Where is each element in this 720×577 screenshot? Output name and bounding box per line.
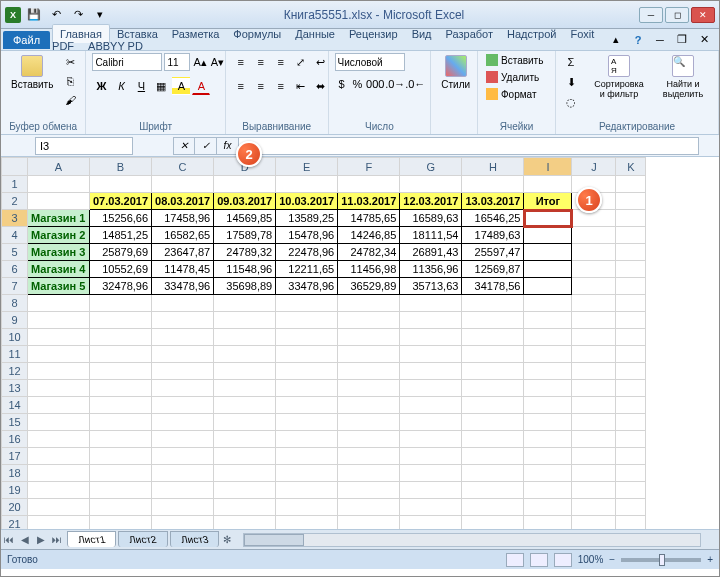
column-header-A[interactable]: A <box>28 158 90 176</box>
cell-A4[interactable]: Магазин 2 <box>28 227 90 244</box>
cell-F2[interactable]: 11.03.2017 <box>338 193 400 210</box>
cell-D2[interactable]: 09.03.2017 <box>214 193 276 210</box>
cell-H7[interactable]: 34178,56 <box>462 278 524 295</box>
cell-E17[interactable] <box>276 448 338 465</box>
cell-B8[interactable] <box>90 295 152 312</box>
cell-B15[interactable] <box>90 414 152 431</box>
first-sheet-icon[interactable]: ⏮ <box>1 532 17 548</box>
cell-H1[interactable] <box>462 176 524 193</box>
cell-J9[interactable] <box>572 312 616 329</box>
cell-A8[interactable] <box>28 295 90 312</box>
cell-C12[interactable] <box>152 363 214 380</box>
cell-H18[interactable] <box>462 465 524 482</box>
cell-D4[interactable]: 17589,78 <box>214 227 276 244</box>
row-header-1[interactable]: 1 <box>2 176 28 193</box>
cell-C18[interactable] <box>152 465 214 482</box>
cell-F20[interactable] <box>338 499 400 516</box>
cell-K20[interactable] <box>616 499 646 516</box>
format-painter-icon[interactable]: 🖌 <box>61 91 79 109</box>
redo-icon[interactable]: ↷ <box>69 6 87 24</box>
cell-K6[interactable] <box>616 261 646 278</box>
italic-button[interactable]: К <box>112 77 130 95</box>
cell-B17[interactable] <box>90 448 152 465</box>
cell-I8[interactable] <box>524 295 572 312</box>
column-header-J[interactable]: J <box>572 158 616 176</box>
cell-F5[interactable]: 24782,34 <box>338 244 400 261</box>
cell-H17[interactable] <box>462 448 524 465</box>
cell-K19[interactable] <box>616 482 646 499</box>
undo-icon[interactable]: ↶ <box>47 6 65 24</box>
cell-K17[interactable] <box>616 448 646 465</box>
cell-I7[interactable] <box>524 278 572 295</box>
cell-J17[interactable] <box>572 448 616 465</box>
cell-C10[interactable] <box>152 329 214 346</box>
cell-C2[interactable]: 08.03.2017 <box>152 193 214 210</box>
cell-F4[interactable]: 14246,85 <box>338 227 400 244</box>
cell-C1[interactable] <box>152 176 214 193</box>
cell-I6[interactable] <box>524 261 572 278</box>
ribbon-tab-разметка[interactable]: Разметка <box>165 25 227 43</box>
merge-icon[interactable]: ⬌ <box>312 77 330 95</box>
cell-C21[interactable] <box>152 516 214 530</box>
cell-J13[interactable] <box>572 380 616 397</box>
row-header-21[interactable]: 21 <box>2 516 28 530</box>
cell-A14[interactable] <box>28 397 90 414</box>
cell-C5[interactable]: 23647,87 <box>152 244 214 261</box>
cell-D18[interactable] <box>214 465 276 482</box>
border-icon[interactable]: ▦ <box>152 77 170 95</box>
cell-F21[interactable] <box>338 516 400 530</box>
cell-H19[interactable] <box>462 482 524 499</box>
cell-D3[interactable]: 14569,85 <box>214 210 276 227</box>
cell-H12[interactable] <box>462 363 524 380</box>
column-header-G[interactable]: G <box>400 158 462 176</box>
cell-D8[interactable] <box>214 295 276 312</box>
cell-E14[interactable] <box>276 397 338 414</box>
column-header-H[interactable]: H <box>462 158 524 176</box>
cell-F1[interactable] <box>338 176 400 193</box>
cell-J12[interactable] <box>572 363 616 380</box>
cell-D20[interactable] <box>214 499 276 516</box>
cell-A10[interactable] <box>28 329 90 346</box>
wrap-text-icon[interactable]: ↩ <box>312 53 330 71</box>
cell-J7[interactable] <box>572 278 616 295</box>
minimize-ribbon-icon[interactable]: ▴ <box>607 31 625 49</box>
cell-D21[interactable] <box>214 516 276 530</box>
cell-J20[interactable] <box>572 499 616 516</box>
ribbon-tab-рецензир[interactable]: Рецензир <box>342 25 405 43</box>
percent-icon[interactable]: % <box>350 75 364 93</box>
cell-B12[interactable] <box>90 363 152 380</box>
cell-F16[interactable] <box>338 431 400 448</box>
row-header-20[interactable]: 20 <box>2 499 28 516</box>
maximize-button[interactable]: ◻ <box>665 7 689 23</box>
cell-D7[interactable]: 35698,89 <box>214 278 276 295</box>
sheet-tab-Лист1[interactable]: Лист1 <box>67 531 116 547</box>
cell-J18[interactable] <box>572 465 616 482</box>
cell-H4[interactable]: 17489,63 <box>462 227 524 244</box>
cell-G19[interactable] <box>400 482 462 499</box>
cell-J21[interactable] <box>572 516 616 530</box>
cell-J14[interactable] <box>572 397 616 414</box>
cell-E10[interactable] <box>276 329 338 346</box>
paste-button[interactable]: Вставить <box>7 53 57 92</box>
cell-A17[interactable] <box>28 448 90 465</box>
cell-I2[interactable]: Итог <box>524 193 572 210</box>
cell-E13[interactable] <box>276 380 338 397</box>
cell-G12[interactable] <box>400 363 462 380</box>
help-icon[interactable]: ? <box>629 31 647 49</box>
cell-F6[interactable]: 11456,98 <box>338 261 400 278</box>
cell-A9[interactable] <box>28 312 90 329</box>
shrink-font-icon[interactable]: A▾ <box>210 53 225 71</box>
select-all-corner[interactable] <box>2 158 28 176</box>
cell-D9[interactable] <box>214 312 276 329</box>
cut-icon[interactable]: ✂ <box>61 53 79 71</box>
align-left-icon[interactable]: ≡ <box>232 77 250 95</box>
next-sheet-icon[interactable]: ▶ <box>33 532 49 548</box>
cell-A21[interactable] <box>28 516 90 530</box>
qat-dropdown-icon[interactable]: ▾ <box>91 6 109 24</box>
cell-D17[interactable] <box>214 448 276 465</box>
ribbon-tab-формулы[interactable]: Формулы <box>226 25 288 43</box>
cell-K4[interactable] <box>616 227 646 244</box>
cell-C13[interactable] <box>152 380 214 397</box>
cell-E8[interactable] <box>276 295 338 312</box>
grow-font-icon[interactable]: A▴ <box>192 53 207 71</box>
